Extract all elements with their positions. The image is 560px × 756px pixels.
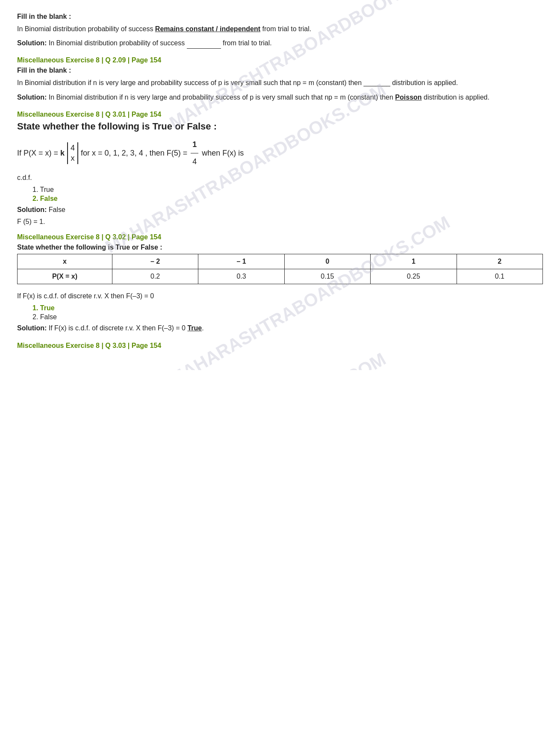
exercise-label-3: Miscellaneous Exercise 8 | Q 3.01 | Page… (17, 111, 543, 118)
prob-table-4: x – 2 – 1 0 1 2 P(X = x) 0.2 0.3 0.15 0.… (17, 254, 543, 284)
fill-blank-heading-2: Fill in the blank : (17, 67, 543, 74)
f5-eq-3: F (5) = 1. (17, 218, 543, 226)
emphasis-remains-constant: Remains constant / independent (155, 25, 260, 32)
exercise-label-5: Miscellaneous Exercise 8 | Q 3.03 | Page… (17, 342, 543, 350)
exercise-label-2: Miscellaneous Exercise 8 | Q 2.09 | Page… (17, 56, 543, 64)
table-row-prob: P(X = x) 0.2 0.3 0.15 0.25 0.1 (18, 269, 543, 284)
state-heading-3: State whether the following is True or F… (17, 121, 543, 132)
table-cell-0.2: 0.2 (112, 269, 198, 284)
option-2-4: 2. False (32, 313, 543, 321)
table-header-neg2: – 2 (112, 254, 198, 269)
section-fill-blank-1: Fill in the blank : In Binomial distribu… (17, 13, 543, 49)
table-cell-0.3: 0.3 (198, 269, 284, 284)
table-header-2: 2 (457, 254, 542, 269)
emphasis-poisson: Poisson (395, 94, 421, 101)
fill-blank-heading-1: Fill in the blank : (17, 13, 543, 21)
solution-3: Solution: False (17, 204, 543, 215)
emphasis-true-4: True (187, 324, 202, 332)
watermark-4: MAHARASHTRABOARDBOOKS.COM (102, 349, 389, 370)
table-header-1: 1 (371, 254, 457, 269)
section-q3-01: Miscellaneous Exercise 8 | Q 3.01 | Page… (17, 111, 543, 226)
question-text-4: If F(x) is c.d.f. of discrete r.v. X the… (17, 290, 543, 302)
question-text-2: In Binomial distribution if n is very la… (17, 77, 543, 88)
cdf-label-3: c.d.f. (17, 174, 543, 182)
table-header-neg1: – 1 (198, 254, 284, 269)
section-q3-02: Miscellaneous Exercise 8 | Q 3.02 | Page… (17, 233, 543, 334)
table-cell-0.1: 0.1 (457, 269, 542, 284)
question-text-1: In Binomial distribution probability of … (17, 23, 543, 35)
option-2-3: 2. False (32, 195, 543, 203)
table-cell-label: P(X = x) (18, 269, 112, 284)
solution-2: Solution: In Binomial distribution if n … (17, 91, 543, 103)
matrix-bracket-3: 4 x (67, 142, 78, 164)
section-q3-03: Miscellaneous Exercise 8 | Q 3.03 | Page… (17, 342, 543, 350)
fraction-3: 1 4 (191, 136, 198, 171)
section-q2-09: Miscellaneous Exercise 8 | Q 2.09 | Page… (17, 56, 543, 103)
solution-1: Solution: In Binomial distribution proba… (17, 37, 543, 49)
state-heading-4: State whether the following is True or F… (17, 244, 543, 251)
table-header-0: 0 (284, 254, 370, 269)
table-cell-0.25: 0.25 (371, 269, 457, 284)
solution-4: Solution: If F(x) is c.d.f. of discrete … (17, 322, 543, 334)
table-header-x: x (18, 254, 112, 269)
blank-field-1 (187, 41, 221, 49)
table-cell-0.15: 0.15 (284, 269, 370, 284)
option-1-3: 1. True (32, 186, 543, 194)
exercise-label-4: Miscellaneous Exercise 8 | Q 3.02 | Page… (17, 233, 543, 241)
option-1-4: 1. True (32, 304, 543, 312)
math-expression-3: If P(X = x) = k 4 x for x = 0, 1, 2, 3, … (17, 136, 543, 171)
